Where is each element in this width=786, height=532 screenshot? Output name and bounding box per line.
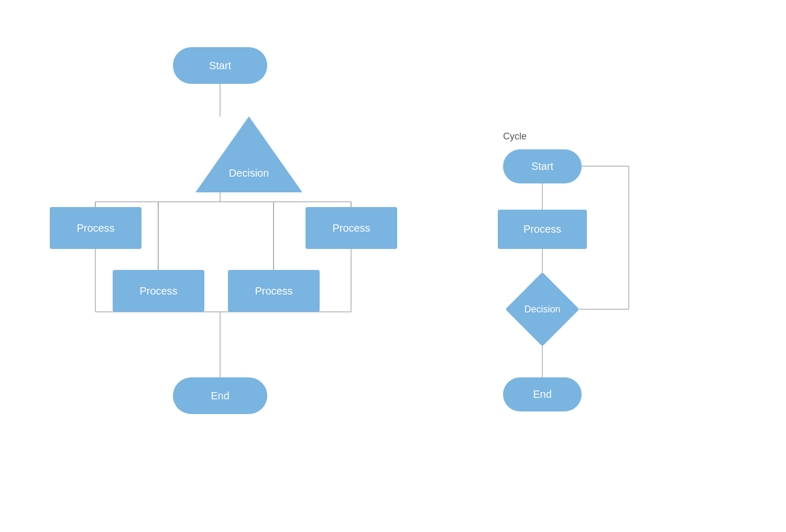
- diagram2-process: Process: [498, 210, 587, 249]
- diagram1-process-right: Process: [305, 207, 397, 249]
- diagram1-process-center-right: Process: [228, 270, 320, 312]
- diagram2-decision-wrapper: Decision: [511, 278, 574, 341]
- diagram-container: Start Decision Process Process Process P…: [0, 0, 786, 532]
- connectors-svg: [0, 0, 786, 532]
- diagram1-process-left: Process: [50, 207, 141, 249]
- diagram1-end: End: [173, 377, 267, 414]
- diagram2-decision-label: Decision: [511, 278, 574, 341]
- diagram1-decision-label: Decision: [195, 157, 302, 189]
- diagram2-end: End: [503, 377, 582, 411]
- diagram2-cycle-label: Cycle: [503, 131, 527, 142]
- diagram1-start: Start: [173, 47, 267, 84]
- diagram1-process-center-left: Process: [113, 270, 204, 312]
- diagram2-start: Start: [503, 149, 582, 183]
